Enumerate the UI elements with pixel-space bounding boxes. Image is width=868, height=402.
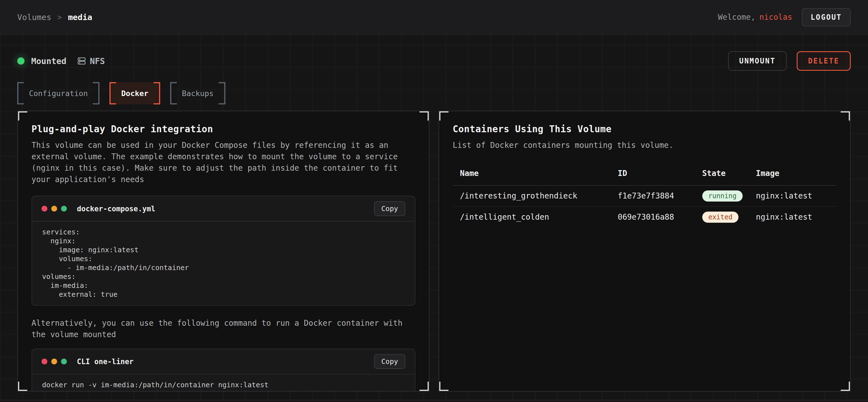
compose-filename: docker-compose.yml xyxy=(77,205,155,213)
panel-corner-icon xyxy=(841,382,851,392)
breadcrumb-current-volume: media xyxy=(68,12,92,22)
column-header-name: Name xyxy=(453,169,618,178)
container-id: f1e73e7f3884 xyxy=(618,191,702,200)
copy-compose-button[interactable]: Copy xyxy=(374,201,405,216)
panel-corner-icon xyxy=(438,110,448,121)
tab-backups[interactable]: Backups xyxy=(170,82,225,104)
cli-intro-text: Alternatively, you can use the following… xyxy=(31,317,415,340)
volume-detail-page: Volumes > media Welcome, nicolas LOGOUT … xyxy=(0,0,868,402)
main-content: Mounted NFS UNMOUNT DELETE Configuration xyxy=(0,51,868,392)
traffic-light-amber-icon xyxy=(51,206,57,211)
copy-cli-button[interactable]: Copy xyxy=(374,354,405,369)
traffic-light-green-icon xyxy=(61,206,67,211)
cli-title: CLI one-liner xyxy=(77,358,134,366)
traffic-light-green-icon xyxy=(61,359,67,364)
containers-panel-title: Containers Using This Volume xyxy=(453,124,837,134)
containers-table: Name ID State Image /interesting_grothen… xyxy=(453,169,837,228)
containers-panel-subtitle: List of Docker containers mounting this … xyxy=(453,139,837,151)
tab-bar: Configuration Docker Backups xyxy=(17,82,851,104)
breadcrumb-volumes-link[interactable]: Volumes xyxy=(17,12,51,22)
volume-type-label: NFS xyxy=(90,56,105,66)
container-id: 069e73016a88 xyxy=(618,212,702,222)
traffic-light-red-icon xyxy=(41,206,48,211)
cli-code-header: CLI one-liner Copy xyxy=(32,349,415,374)
container-image: nginx:latest xyxy=(756,212,837,222)
traffic-light-red-icon xyxy=(41,359,48,364)
username: nicolas xyxy=(760,12,792,22)
containers-table-header: Name ID State Image xyxy=(453,169,837,186)
breadcrumb: Volumes > media xyxy=(17,12,92,22)
column-header-id: ID xyxy=(618,169,702,178)
bottom-divider xyxy=(0,400,868,402)
container-name: /interesting_grothendieck xyxy=(453,191,618,200)
tab-docker[interactable]: Docker xyxy=(110,82,160,104)
panel-corner-icon xyxy=(841,110,851,121)
server-icon xyxy=(77,56,86,66)
panel-corner-icon xyxy=(420,110,430,121)
cli-code-block: CLI one-liner Copy docker run -v im-medi… xyxy=(31,348,415,392)
delete-button[interactable]: DELETE xyxy=(797,51,851,71)
table-row: /intelligent_colden 069e73016a88 exited … xyxy=(453,207,837,228)
mounted-status-label: Mounted xyxy=(31,56,66,66)
volume-type: NFS xyxy=(77,56,105,66)
mounted-status-dot-icon xyxy=(17,57,25,65)
unmount-button[interactable]: UNMOUNT xyxy=(728,51,787,71)
column-header-state: State xyxy=(702,169,756,178)
container-name: /intelligent_colden xyxy=(453,212,618,222)
panel-corner-icon xyxy=(420,382,430,392)
docker-panel-title: Plug-and-play Docker integration xyxy=(31,124,415,134)
chevron-right-icon: > xyxy=(57,13,62,22)
state-badge-exited: exited xyxy=(702,211,739,223)
compose-code-block: docker-compose.yml Copy services: nginx:… xyxy=(31,196,415,306)
state-badge-running: running xyxy=(702,191,743,202)
volume-status: Mounted NFS xyxy=(17,56,105,66)
welcome-prefix: Welcome, xyxy=(718,12,755,22)
compose-code-header: docker-compose.yml Copy xyxy=(32,196,415,222)
logout-button[interactable]: LOGOUT xyxy=(802,8,851,27)
panel-corner-icon xyxy=(438,382,448,392)
compose-code: services: nginx: image: nginx:latest vol… xyxy=(32,222,415,305)
welcome-text: Welcome, nicolas xyxy=(718,12,792,22)
table-row: /interesting_grothendieck f1e73e7f3884 r… xyxy=(453,186,837,207)
status-row: Mounted NFS UNMOUNT DELETE xyxy=(17,51,851,71)
panels-row: Plug-and-play Docker integration This vo… xyxy=(17,110,851,392)
column-header-image: Image xyxy=(756,169,837,178)
docker-panel-description: This volume can be used in your Docker C… xyxy=(31,139,415,185)
volume-actions: UNMOUNT DELETE xyxy=(728,51,851,71)
docker-integration-panel: Plug-and-play Docker integration This vo… xyxy=(17,110,430,392)
cli-code: docker run -v im-media:/path/in/containe… xyxy=(32,374,415,392)
containers-panel: Containers Using This Volume List of Doc… xyxy=(438,110,851,392)
tab-configuration[interactable]: Configuration xyxy=(17,82,99,104)
panel-corner-icon xyxy=(17,110,27,121)
panel-corner-icon xyxy=(17,382,27,392)
header-right: Welcome, nicolas LOGOUT xyxy=(718,8,851,27)
container-image: nginx:latest xyxy=(756,191,837,200)
header: Volumes > media Welcome, nicolas LOGOUT xyxy=(0,0,868,35)
traffic-light-amber-icon xyxy=(51,359,57,364)
